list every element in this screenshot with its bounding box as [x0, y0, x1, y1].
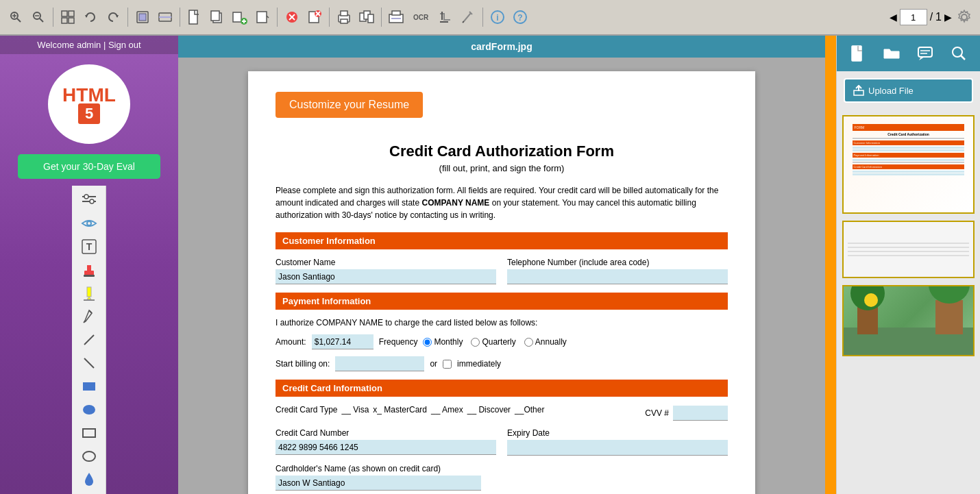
customer-name-input[interactable]: [275, 269, 496, 284]
cc-type-other: __Other: [515, 405, 544, 415]
move-btn[interactable]: [252, 7, 273, 27]
page-separator: /: [930, 11, 933, 23]
svg-line-78: [961, 55, 965, 60]
page-nav: ◀ 1 / 1 ▶: [890, 9, 952, 25]
monthly-radio[interactable]: [423, 338, 432, 347]
add-page-btn[interactable]: [230, 7, 250, 27]
svg-rect-24: [257, 12, 267, 23]
pen-tool[interactable]: [77, 306, 101, 327]
stamp-tool[interactable]: [77, 260, 101, 280]
phone-input[interactable]: [507, 269, 728, 284]
search-panel-btn[interactable]: [947, 42, 970, 65]
svg-rect-9: [62, 18, 67, 23]
line2-tool[interactable]: [77, 353, 101, 373]
cc-number-label: Credit Card Number: [275, 428, 496, 438]
svg-point-54: [84, 195, 88, 199]
thumbnail-2[interactable]: [842, 221, 975, 278]
amount-input[interactable]: [312, 334, 373, 349]
cvv-input[interactable]: [673, 406, 728, 421]
doc-area: cardForm.jpg Customize your Resume Credi…: [178, 36, 825, 494]
info-btn[interactable]: i: [487, 7, 508, 27]
svg-text:T: T: [86, 241, 92, 252]
welcome-text: Welcome admin | Sign out: [37, 40, 140, 50]
copy-btn[interactable]: [207, 7, 228, 27]
thumbnail-3[interactable]: [842, 285, 975, 356]
comment-btn[interactable]: [914, 42, 937, 65]
folder-btn[interactable]: [880, 42, 903, 65]
upload-file-btn[interactable]: Upload File: [844, 78, 973, 103]
sliders-tool[interactable]: [77, 190, 101, 210]
next-page-btn[interactable]: ▶: [944, 12, 952, 23]
rect-filled-tool[interactable]: [77, 376, 101, 397]
rotate-ccw-btn[interactable]: [80, 7, 101, 27]
svg-rect-40: [392, 11, 400, 15]
rotate-cw-btn[interactable]: [103, 7, 123, 27]
draw-btn[interactable]: [458, 7, 478, 27]
ellipse-filled-tool[interactable]: [77, 399, 101, 420]
annually-label: Annually: [535, 337, 567, 347]
fit-page-btn[interactable]: [132, 7, 153, 27]
svg-line-65: [89, 310, 92, 313]
start-billing-input[interactable]: [335, 356, 424, 371]
cc-number-field: Credit Card Number: [275, 428, 496, 456]
frequency-radio-group: Monthly Quarterly Annually: [423, 337, 566, 347]
svg-line-67: [84, 358, 94, 368]
svg-point-51: [961, 14, 967, 20]
quarterly-radio[interactable]: [471, 338, 480, 347]
ocr-btn[interactable]: OCR: [408, 7, 433, 27]
eye-tool[interactable]: [77, 213, 101, 234]
cc-type-visa: __ Visa: [342, 405, 369, 415]
ellipse-outline-tool[interactable]: [77, 446, 101, 467]
thumb1-mini-form: FORM Credit Card Authorization Customer …: [850, 121, 966, 208]
customer-section-header: Customer Information: [275, 232, 728, 249]
eval-button[interactable]: Get your 30-Day Eval: [18, 154, 160, 179]
settings-btn[interactable]: [954, 7, 975, 27]
cc-type-label: Credit Card Type: [275, 405, 338, 415]
svg-rect-68: [83, 382, 95, 391]
monthly-radio-label[interactable]: Monthly: [423, 337, 463, 347]
annually-radio-label[interactable]: Annually: [524, 337, 567, 347]
svg-point-69: [83, 405, 95, 415]
doc-content[interactable]: Customize your Resume Credit Card Author…: [178, 58, 825, 494]
delete-red-btn[interactable]: [282, 7, 302, 27]
annually-radio[interactable]: [524, 338, 533, 347]
fit-width-btn[interactable]: [155, 7, 175, 27]
scan-btn[interactable]: [386, 7, 406, 27]
doc-titlebar: cardForm.jpg: [178, 36, 825, 58]
cardholder-field: Cardholder's Name (as shown on credit ca…: [275, 464, 728, 491]
page-number-input[interactable]: 1: [900, 9, 927, 25]
print-btn[interactable]: [334, 7, 354, 27]
svg-rect-79: [854, 90, 863, 95]
svg-marker-11: [85, 15, 88, 18]
rect-outline-tool[interactable]: [77, 423, 101, 443]
cc-type-discover: __ Discover: [467, 405, 511, 415]
svg-rect-70: [83, 429, 95, 437]
expiry-label: Expiry Date: [507, 428, 728, 438]
left-sidebar: Welcome admin | Sign out HTML 5 Get your…: [0, 36, 178, 494]
thumbnail-1[interactable]: FORM Credit Card Authorization Customer …: [842, 115, 975, 214]
svg-rect-61: [84, 275, 95, 277]
page-total: 1: [935, 11, 942, 23]
new-file-btn[interactable]: [846, 42, 870, 65]
new-doc-btn[interactable]: [184, 7, 205, 27]
svg-rect-10: [69, 18, 74, 23]
text-tool[interactable]: T: [77, 236, 101, 257]
zoom-out-btn[interactable]: [28, 7, 49, 27]
drop-tool[interactable]: [77, 469, 101, 490]
prev-page-btn[interactable]: ◀: [890, 12, 897, 23]
cc-number-input[interactable]: [275, 440, 496, 455]
expiry-input[interactable]: [507, 440, 728, 456]
customize-btn[interactable]: Customize your Resume: [275, 92, 423, 118]
quarterly-radio-label[interactable]: Quarterly: [471, 337, 515, 347]
zoom-in-btn[interactable]: [5, 7, 26, 27]
multi-page-btn[interactable]: [356, 7, 377, 27]
delete-x-btn[interactable]: [304, 7, 325, 27]
select-btn[interactable]: [58, 7, 78, 27]
line-tool[interactable]: [77, 330, 101, 350]
immediately-checkbox[interactable]: [443, 360, 452, 369]
doc-scrollbar[interactable]: [825, 36, 836, 494]
help-btn[interactable]: ?: [510, 7, 530, 27]
crop-btn[interactable]: [435, 7, 456, 27]
cardholder-input[interactable]: [275, 476, 481, 491]
highlight-tool[interactable]: [77, 283, 101, 304]
